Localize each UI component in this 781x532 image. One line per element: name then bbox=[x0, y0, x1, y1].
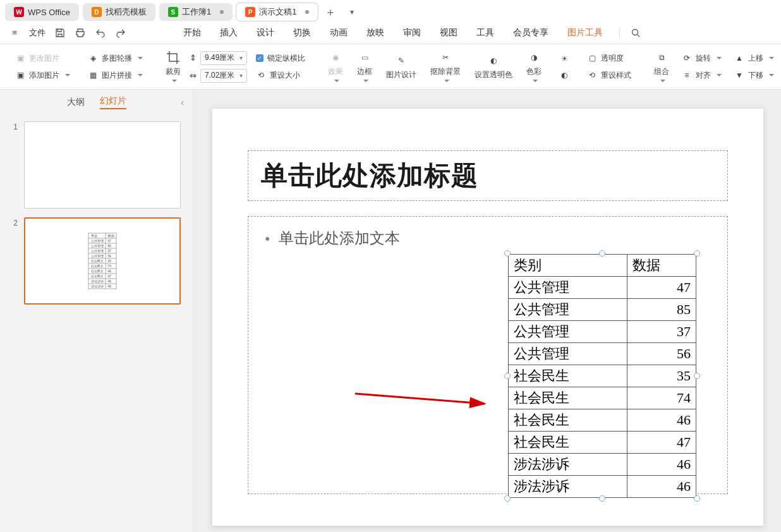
resize-handle[interactable] bbox=[599, 250, 605, 257]
transparency-button[interactable]: ▢透明度 bbox=[584, 52, 634, 65]
table-row: 涉法涉诉46 bbox=[509, 454, 696, 476]
menu-start[interactable]: 开始 bbox=[177, 27, 207, 39]
add-picture-button[interactable]: ▣添加图片 bbox=[13, 69, 73, 82]
remove-bg-icon: ✂ bbox=[438, 50, 453, 65]
print-icon[interactable] bbox=[75, 27, 86, 39]
table-row: 社会民生46 bbox=[509, 409, 696, 432]
table-row: 社会民生35 bbox=[509, 365, 696, 387]
effect-button[interactable]: ◉效果 bbox=[325, 49, 346, 85]
slides-tab[interactable]: 幻灯片 bbox=[100, 95, 126, 109]
thumbnail-row: 2 类别数据 公共管理47 公共管理85 公共管理37 公共管理56 社会民生3… bbox=[9, 217, 184, 305]
menu-view[interactable]: 视图 bbox=[433, 27, 464, 39]
template-tab-label: 找稻壳模板 bbox=[106, 6, 147, 18]
align-icon: ≡ bbox=[682, 70, 692, 80]
move-down-button[interactable]: ▼下移 bbox=[732, 69, 777, 82]
body-placeholder-text: 单击此处添加文本 bbox=[265, 228, 711, 248]
slide[interactable]: 单击此处添加标题 单击此处添加文本 类别 数据 公共管理47 公共管理85 公共 bbox=[212, 109, 763, 526]
checkbox-checked-icon: ✓ bbox=[256, 54, 263, 62]
menu-picture-tools[interactable]: 图片工具 bbox=[561, 27, 609, 39]
menu-animation[interactable]: 动画 bbox=[324, 27, 354, 39]
table-row: 公共管理37 bbox=[509, 321, 696, 343]
menu-insert[interactable]: 插入 bbox=[214, 27, 244, 39]
thumbnail-row: 1 bbox=[9, 121, 184, 209]
collapse-panel-icon[interactable]: ‹ bbox=[181, 97, 184, 107]
effect-icon: ◉ bbox=[328, 50, 343, 65]
contrast-button[interactable]: ◐ bbox=[557, 69, 572, 82]
resize-handle[interactable] bbox=[504, 250, 511, 257]
new-tab-button[interactable]: ＋ bbox=[322, 3, 339, 21]
thumbnail-number: 2 bbox=[9, 217, 18, 305]
resize-handle[interactable] bbox=[504, 495, 511, 502]
rotate-button[interactable]: ⟳旋转 bbox=[679, 52, 724, 65]
menu-transition[interactable]: 切换 bbox=[287, 27, 317, 39]
data-table: 类别 数据 公共管理47 公共管理85 公共管理37 公共管理56 社会民生35… bbox=[508, 254, 696, 498]
menu-design[interactable]: 设计 bbox=[250, 27, 281, 39]
svg-point-0 bbox=[633, 29, 638, 35]
menu-tools[interactable]: 工具 bbox=[470, 27, 500, 39]
presentation-tab[interactable]: P 演示文稿1 bbox=[236, 3, 318, 21]
width-input[interactable]: 7.02厘米▾ bbox=[200, 69, 247, 83]
border-button[interactable]: ▭边框 bbox=[354, 49, 375, 85]
undo-icon[interactable] bbox=[95, 27, 106, 39]
svg-line-1 bbox=[355, 394, 485, 404]
color-button[interactable]: ◑色彩 bbox=[524, 49, 544, 85]
redo-icon[interactable] bbox=[115, 27, 126, 39]
outline-tab[interactable]: 大纲 bbox=[67, 97, 85, 108]
main-area: 大纲 幻灯片 ‹ 1 2 类别数据 公共管理47 公共管理85 公共管理37 公… bbox=[0, 90, 781, 532]
contrast-icon: ◐ bbox=[559, 70, 569, 80]
slide-panel: 大纲 幻灯片 ‹ 1 2 类别数据 公共管理47 公共管理85 公共管理37 公… bbox=[0, 90, 193, 532]
resize-handle[interactable] bbox=[694, 373, 700, 379]
table-row: 社会民生47 bbox=[509, 432, 696, 454]
reset-style-icon: ⟲ bbox=[587, 70, 597, 80]
resize-handle[interactable] bbox=[599, 495, 605, 502]
menu-slideshow[interactable]: 放映 bbox=[360, 27, 390, 39]
change-picture-button[interactable]: ▣更改图片 bbox=[13, 52, 73, 65]
thumbnail-preview-table: 类别数据 公共管理47 公共管理85 公共管理37 公共管理56 社会民生35 … bbox=[88, 233, 117, 289]
slide-canvas[interactable]: 单击此处添加标题 单击此处添加文本 类别 数据 公共管理47 公共管理85 公共 bbox=[193, 90, 781, 532]
search-icon[interactable] bbox=[630, 27, 641, 39]
wps-icon: W bbox=[14, 7, 24, 17]
brightness-icon: ☀ bbox=[559, 54, 569, 64]
transparency-icon: ▢ bbox=[587, 53, 597, 63]
thumbnail-list: 1 2 类别数据 公共管理47 公共管理85 公共管理37 公共管理56 社会民… bbox=[0, 115, 193, 532]
menu-icon[interactable]: ≡ bbox=[9, 27, 20, 39]
title-placeholder[interactable]: 单击此处添加标题 bbox=[248, 150, 728, 201]
height-icon: ⇕ bbox=[190, 53, 197, 63]
embedded-table-object[interactable]: 类别 数据 公共管理47 公共管理85 公共管理37 公共管理56 社会民生35… bbox=[508, 254, 696, 498]
move-up-button[interactable]: ▲上移 bbox=[732, 52, 777, 65]
crop-button[interactable]: 裁剪 bbox=[163, 49, 183, 85]
resize-handle[interactable] bbox=[504, 373, 511, 379]
menu-vip[interactable]: 会员专享 bbox=[507, 27, 555, 39]
workbook-tab-label: 工作簿1 bbox=[182, 6, 211, 18]
table-row: 社会民生74 bbox=[509, 387, 696, 409]
width-icon: ⇔ bbox=[190, 71, 197, 80]
slide-thumbnail-1[interactable] bbox=[24, 121, 181, 209]
set-transparent-button[interactable]: ◐设置透明色 bbox=[472, 52, 515, 82]
remove-bg-button[interactable]: ✂抠除背景 bbox=[428, 49, 463, 85]
reset-size-button[interactable]: ⟲重设大小 bbox=[253, 69, 308, 82]
resize-handle[interactable] bbox=[694, 250, 700, 257]
brightness-button[interactable]: ☀ bbox=[557, 52, 572, 65]
slide-thumbnail-2[interactable]: 类别数据 公共管理47 公共管理85 公共管理37 公共管理56 社会民生35 … bbox=[24, 217, 181, 305]
picture-design-button[interactable]: ✎图片设计 bbox=[384, 52, 419, 82]
crop-icon bbox=[166, 50, 181, 65]
tab-menu-button[interactable]: ▾ bbox=[343, 3, 361, 21]
height-input[interactable]: 9.49厘米▾ bbox=[200, 51, 247, 65]
menu-review[interactable]: 审阅 bbox=[397, 27, 427, 39]
table-header-category: 类别 bbox=[509, 255, 627, 277]
workbook-tab[interactable]: S 工作簿1 bbox=[159, 3, 233, 21]
rotate-icon: ⟳ bbox=[682, 53, 692, 63]
app-tab[interactable]: W WPS Office bbox=[5, 3, 79, 21]
file-menu[interactable]: 文件 bbox=[29, 27, 45, 39]
picture-join-button[interactable]: ▦图片拼接 bbox=[85, 69, 145, 82]
save-icon[interactable] bbox=[54, 27, 66, 39]
combine-button[interactable]: ⧉组合 bbox=[651, 49, 672, 85]
reset-size-icon: ⟲ bbox=[256, 70, 266, 80]
resize-handle[interactable] bbox=[694, 495, 700, 502]
reset-style-button[interactable]: ⟲重设样式 bbox=[584, 69, 634, 82]
combine-icon: ⧉ bbox=[654, 50, 669, 65]
align-button[interactable]: ≡对齐 bbox=[679, 69, 724, 82]
template-tab[interactable]: D 找稻壳模板 bbox=[83, 3, 155, 21]
multi-outline-button[interactable]: ◈多图轮播 bbox=[85, 52, 145, 65]
lock-ratio-checkbox[interactable]: ✓锁定纵横比 bbox=[253, 52, 308, 65]
